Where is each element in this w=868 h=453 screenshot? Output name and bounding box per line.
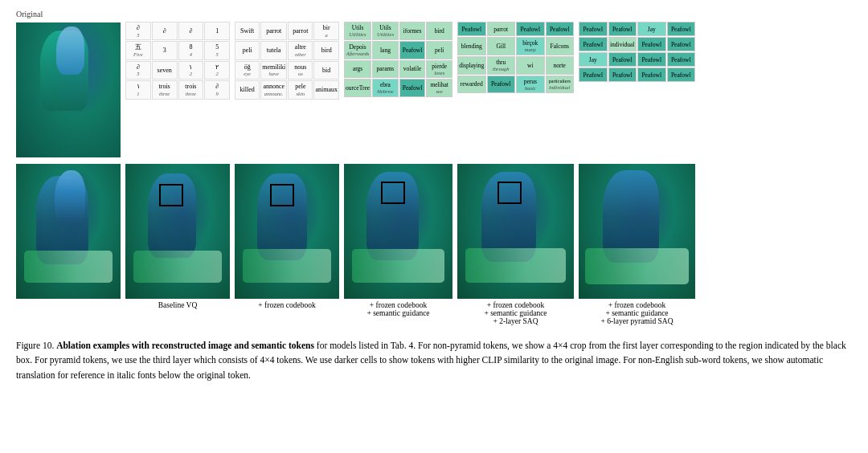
token-cell: Peafowl <box>608 67 637 82</box>
token-cell: Jay <box>637 22 666 36</box>
pyramid-saq-panel: Peafowl Peafowl Jay Peafowl Peafowl indi… <box>579 10 695 82</box>
token-cell: parrot <box>487 22 516 36</box>
token-cell: iformes <box>399 22 426 40</box>
token-cell: nousus <box>288 61 313 80</box>
token-cell: animaux <box>313 80 339 99</box>
token-cell: ٢2 <box>204 61 230 80</box>
token-cell: ∂5 <box>125 22 151 40</box>
token-cell: 84 <box>178 41 204 59</box>
saq-image <box>457 164 574 299</box>
frozen-saq-grid: Peafowl parrot Peafowl Peafowl blending … <box>457 22 574 93</box>
saq-bottom: + frozen codebook + semantic guidance + … <box>457 164 574 325</box>
token-cell: parrot <box>260 22 287 40</box>
baseline-vq-bottom: Baseline VQ <box>125 164 230 309</box>
token-cell: Peafowl <box>516 22 545 36</box>
token-cell: ∂ <box>178 22 204 40</box>
token-cell: DepoisAfterwards <box>344 41 371 59</box>
original-bottom-panel <box>16 164 121 299</box>
token-cell: Peafowl <box>487 76 516 94</box>
token-cell: volatile <box>399 60 426 79</box>
token-cell: blending <box>457 37 486 55</box>
token-cell: particuliersindividual <box>546 76 575 94</box>
token-cell: birçokmany <box>516 37 545 55</box>
token-cell: bird <box>313 41 339 59</box>
token-cell: individual <box>608 37 637 51</box>
caption-prefix: Figure 10. <box>16 341 54 350</box>
token-cell: troisthree <box>178 80 204 99</box>
token-cell: altreother <box>288 41 313 59</box>
token-cell: Peafowl <box>667 22 696 36</box>
token-cell: Peafowl <box>608 22 637 36</box>
pyramid-caption: + frozen codebook + semantic guidance + … <box>600 301 673 325</box>
frozen-semantic-panel: UtilsUtilities UtilsUtilities iformes bi… <box>344 10 452 97</box>
frozen-semantic-grid: UtilsUtilities UtilsUtilities iformes bi… <box>344 22 452 97</box>
token-cell: ∂5 <box>125 61 151 80</box>
token-cell: Jay <box>579 52 608 67</box>
original-image-bottom <box>16 164 121 299</box>
token-cell: Peafowl <box>579 37 608 51</box>
token-cell: Peafowl <box>637 52 666 67</box>
pyramid-image <box>579 164 695 299</box>
token-cell: killed <box>235 80 260 99</box>
fcb-caption: + frozen codebook <box>258 301 315 309</box>
token-cell: ١1 <box>125 80 151 99</box>
token-cell: Peafowl <box>546 22 575 36</box>
token-cell: troisthree <box>152 80 178 99</box>
token-cell: ∂9 <box>204 80 230 99</box>
main-container: Original ∂5 ∂ ∂ 1 五Five 3 84 55 ∂5 sev <box>16 10 852 382</box>
baseline-vq-grid: ∂5 ∂ ∂ 1 五Five 3 84 55 ∂5 seven ١2 ٢2 ١1… <box>125 22 230 100</box>
token-cell: wi <box>516 56 545 75</box>
baseline-vq-panel: ∂5 ∂ ∂ 1 五Five 3 84 55 ∂5 seven ١2 ٢2 ١1… <box>125 10 230 100</box>
token-cell: peli <box>235 41 260 59</box>
token-cell: Peafowl <box>637 37 666 51</box>
token-cell: thruthrough <box>487 56 516 75</box>
token-cell: Peafowl <box>608 52 637 67</box>
token-cell: Peafowl <box>579 22 608 36</box>
token-cell: lang <box>372 41 399 59</box>
frozen-saq-panel: Peafowl parrot Peafowl Peafowl blending … <box>457 10 574 93</box>
token-cell: bira <box>313 22 339 40</box>
original-label: Original <box>16 10 121 18</box>
token-cell: ∂ <box>152 22 178 40</box>
token-cell: displaying <box>457 56 486 75</box>
token-cell: parrot <box>288 22 313 40</box>
token-cell: perusbasic <box>516 76 545 94</box>
token-cell: ١2 <box>178 61 204 80</box>
original-image-top <box>16 22 121 157</box>
frozen-sg-bottom: + frozen codebook + semantic guidance <box>344 164 452 317</box>
token-cell: Peafowl <box>637 67 666 82</box>
token-cell: seven <box>152 61 178 80</box>
token-cell: UtilsUtilities <box>344 22 371 40</box>
token-cell: memilikihave <box>260 61 287 80</box>
token-cell: bird <box>426 22 452 40</box>
token-cell: 3 <box>152 41 178 59</box>
token-cell: params <box>372 60 399 79</box>
token-cell: rewarded <box>457 76 486 94</box>
fsg-caption: + frozen codebook + semantic guidance <box>366 301 429 317</box>
pyramid-bottom: + frozen codebook + semantic guidance + … <box>579 164 695 325</box>
fcb-image <box>235 164 339 299</box>
token-cell: peleskin <box>288 80 313 99</box>
token-cell: pierdeloses <box>426 60 452 79</box>
token-cell: öğeye <box>235 61 260 80</box>
token-cell: args <box>344 60 371 79</box>
token-cell: Peafowl <box>399 41 426 59</box>
token-cell: peli <box>426 41 452 59</box>
caption-bold: Ablation examples with reconstructed ima… <box>56 341 314 350</box>
token-cell: tutela <box>260 41 287 59</box>
token-cell: 55 <box>204 41 230 59</box>
token-cell: Peafowl <box>667 67 696 82</box>
token-cell: bid <box>313 61 339 80</box>
token-cell: Peafowl <box>457 22 486 36</box>
token-cell: 1 <box>204 22 230 40</box>
frozen-cb-bottom: + frozen codebook <box>235 164 339 309</box>
saq-caption: + frozen codebook + semantic guidance + … <box>484 301 547 325</box>
token-cell: ebraHebrew <box>372 79 399 97</box>
token-cell: Gill <box>487 37 516 55</box>
token-cell: Peafowl <box>667 52 696 67</box>
token-cell: Falcons <box>546 37 575 55</box>
fsg-image <box>344 164 452 299</box>
original-panel: Original <box>16 10 121 157</box>
bvq-image <box>125 164 230 299</box>
frozen-codebook-panel: Swift parrot parrot bira peli tutela alt… <box>235 10 339 100</box>
